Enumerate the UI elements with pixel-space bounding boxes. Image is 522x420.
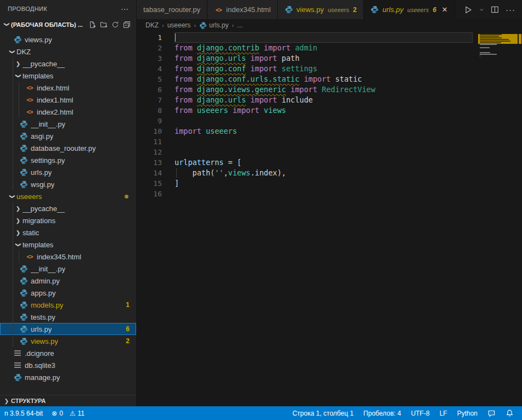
tree-file-index-html[interactable]: <>index.html — [0, 82, 136, 94]
tree-folder-templates[interactable]: ❯templates — [0, 239, 136, 251]
indent-guide — [13, 202, 13, 214]
indent-guide — [13, 70, 13, 82]
tree-file-apps-py[interactable]: apps.py — [0, 287, 136, 299]
code-line-9[interactable]: 9 — [137, 116, 473, 126]
code-line-6[interactable]: 6from django.views.generic import Redire… — [137, 84, 473, 95]
tree-file-index2-html[interactable]: <>index2.html — [0, 106, 136, 118]
code-line-8[interactable]: 8from useeers import views — [137, 105, 473, 116]
tab-urls-py[interactable]: urls.pyuseeers6✕ — [364, 0, 455, 19]
tree-file-index1-html[interactable]: <>index1.html — [0, 94, 136, 106]
breadcrumb-item--[interactable]: ... — [237, 21, 243, 29]
tree-file-views-py[interactable]: views.py2 — [0, 335, 136, 347]
tree-file-urls-py[interactable]: urls.py — [0, 166, 136, 178]
code-line-13[interactable]: 13urlpatterns = [ — [137, 157, 473, 168]
tree-item-label: settings.py — [31, 156, 65, 164]
html-icon: <> — [27, 84, 33, 91]
indent-guide — [13, 263, 13, 275]
editor-group: tabase_roouter.py<>index345.htmlviews.py… — [137, 0, 522, 406]
collapse-all-icon[interactable] — [123, 21, 131, 29]
chevron-down-icon: ❯ — [15, 240, 21, 249]
tree-folder-static[interactable]: ❯static — [0, 226, 136, 239]
code-line-14[interactable]: 14 path('',views.index), — [137, 168, 473, 178]
tree-file-settings-py[interactable]: settings.py — [0, 154, 136, 166]
breadcrumb-item-dkz[interactable]: DKZ — [145, 21, 159, 29]
code-line-5[interactable]: 5from django.conf.urls.static import sta… — [137, 74, 473, 84]
python-file-icon — [19, 264, 28, 273]
python-file-icon — [19, 337, 28, 345]
tree-folder-useeers[interactable]: ❯useeers — [0, 190, 136, 202]
tree-file-wsgi-py[interactable]: wsgi.py — [0, 178, 136, 190]
chevron-down-icon: ❯ — [9, 47, 15, 56]
line-content — [175, 116, 473, 126]
code-line-16[interactable]: 16 — [137, 189, 473, 199]
minimap[interactable] — [478, 32, 518, 59]
tree-file-index345-html[interactable]: <>index345.html — [0, 251, 136, 263]
breadcrumb-label: urls.py — [209, 21, 228, 29]
tree-file-urls-py[interactable]: urls.py6 — [0, 323, 136, 335]
outline-section-header[interactable]: ❯ СТРУКТУРА — [0, 395, 136, 406]
code-editor[interactable]: 12from django.contrib import admin3from … — [137, 31, 522, 406]
new-folder-icon[interactable] — [100, 21, 108, 29]
run-icon[interactable] — [464, 5, 473, 14]
breadcrumb-item-useeers[interactable]: useeers — [167, 21, 191, 29]
status-encoding[interactable]: UTF-8 — [406, 406, 435, 420]
code-line-7[interactable]: 7from django.urls import include — [137, 95, 473, 105]
refresh-icon[interactable] — [111, 21, 119, 29]
new-file-icon[interactable] — [88, 21, 96, 29]
indent-guide — [13, 118, 13, 130]
code-line-11[interactable]: 11 — [137, 137, 473, 147]
code-line-15[interactable]: 15] — [137, 178, 473, 189]
tree-file-manage-py[interactable]: manage.py — [0, 371, 136, 383]
code-line-3[interactable]: 3from django.urls import path — [137, 53, 473, 64]
tree-file-database-roouter-py[interactable]: database_roouter.py — [0, 142, 136, 154]
tree-file-views-py[interactable]: views.py — [0, 33, 136, 46]
tree-folder--pycache-[interactable]: ❯__pycache__ — [0, 202, 136, 214]
explorer-more-actions-icon[interactable]: ··· — [121, 4, 128, 13]
status-eol[interactable]: LF — [435, 406, 452, 420]
indent-guide — [13, 239, 13, 251]
code-line-2[interactable]: 2from django.contrib import admin — [137, 43, 473, 53]
code-line-4[interactable]: 4from django.conf import settings — [137, 64, 473, 74]
bell-icon[interactable] — [501, 406, 519, 420]
breadcrumb-item-urls-py[interactable]: urls.py — [199, 21, 228, 29]
line-number: 12 — [137, 147, 162, 157]
tree-file--init-py[interactable]: __init__.py — [0, 118, 136, 130]
chevron-right-icon: ❯ — [2, 398, 11, 404]
breadcrumb-separator: › — [194, 22, 196, 29]
html-file-icon: <> — [25, 95, 34, 104]
tree-file-models-py[interactable]: models.py1 — [0, 299, 136, 311]
tree-folder--pycache-[interactable]: ❯__pycache__ — [0, 58, 136, 70]
tree-folder-dkz[interactable]: ❯DKZ — [0, 46, 136, 58]
tree-file-db-sqlite3[interactable]: db.sqlite3 — [0, 359, 136, 371]
tab-index345-html[interactable]: <>index345.html — [207, 0, 278, 19]
code-line-10[interactable]: 10import useeers — [137, 126, 473, 137]
status-python-version[interactable]: n 3.9.5 64-bit — [0, 406, 47, 420]
code-token: views — [259, 106, 286, 115]
code-token: include — [277, 95, 313, 104]
tree-file-tests-py[interactable]: tests.py — [0, 311, 136, 323]
status-cursor-position[interactable]: Строка 1, столбец 1 — [288, 406, 358, 420]
status-problems[interactable]: ⊗ 0 ⚠ 11 — [47, 406, 91, 420]
split-editor-icon[interactable] — [491, 5, 499, 14]
status-indentation[interactable]: Пробелов: 4 — [358, 406, 406, 420]
python-file-icon — [199, 21, 207, 29]
tree-file--init-py[interactable]: __init__.py — [0, 263, 136, 275]
indent-guide — [13, 106, 13, 118]
tree-folder-migrations[interactable]: ❯migrations — [0, 214, 136, 226]
feedback-icon[interactable] — [482, 406, 501, 420]
tab-views-py[interactable]: views.pyuseeers2 — [278, 0, 364, 19]
tab-tabase-roouter-py[interactable]: tabase_roouter.py — [137, 0, 207, 19]
tree-file--dcignore[interactable]: .dcignore — [0, 347, 136, 359]
close-icon[interactable]: ✕ — [442, 5, 448, 14]
tree-folder-templates[interactable]: ❯templates — [0, 70, 136, 82]
more-actions-icon[interactable]: ··· — [506, 5, 515, 14]
run-dropdown-icon[interactable] — [479, 7, 484, 12]
line-content: from django.contrib import admin — [175, 43, 473, 53]
workspace-section-header[interactable]: ❯ (РАБОЧАЯ ОБЛАСТЬ) ... — [0, 18, 136, 31]
code-line-12[interactable]: 12 — [137, 147, 473, 157]
code-line-1[interactable]: 1 — [137, 32, 473, 43]
tree-file-asgi-py[interactable]: asgi.py — [0, 130, 136, 142]
status-language-mode[interactable]: Python — [452, 406, 482, 420]
tree-file-admin-py[interactable]: admin.py — [0, 275, 136, 287]
code-token: admin — [290, 43, 317, 52]
